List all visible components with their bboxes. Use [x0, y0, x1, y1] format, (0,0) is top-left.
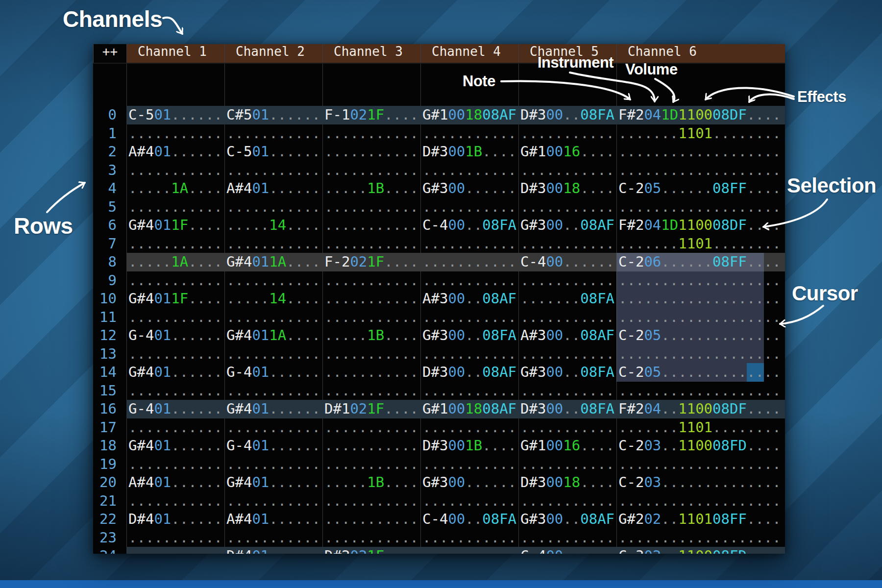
pattern-cell-r20-ch5[interactable]: D#30018.... [518, 473, 616, 492]
pattern-cell-r16-ch2[interactable]: G#401...... [224, 400, 322, 418]
pattern-cell-r15-ch5[interactable]: ........... [518, 382, 616, 400]
pattern-cell-r19-ch6[interactable]: ................... [616, 455, 785, 474]
pattern-cell-r4-ch2[interactable]: A#401...... [224, 179, 322, 198]
pattern-cell-r2-ch6[interactable]: ................... [616, 143, 785, 161]
pattern-cell-r7-ch3[interactable]: ........... [322, 235, 420, 253]
pattern-cell-r22-ch3[interactable]: ........... [322, 510, 420, 529]
channel-header-2[interactable]: Channel 2 [224, 44, 322, 63]
pattern-cell-r9-ch2[interactable]: ........... [224, 271, 322, 290]
pattern-cell-r12-ch5[interactable]: A#300..08AF [518, 326, 616, 345]
pattern-cell-r18-ch3[interactable]: ........... [322, 437, 420, 455]
pattern-cell-r13-ch3[interactable]: ........... [322, 345, 420, 364]
pattern-cell-r13-ch1[interactable]: ........... [126, 345, 224, 364]
pattern-cell-r10-ch2[interactable]: .....14.... [224, 290, 322, 308]
pattern-cell-r6-ch3[interactable]: ........... [322, 216, 420, 235]
pattern-cell-r23-ch5[interactable]: ........... [518, 529, 616, 547]
pattern-cell-r3-ch1[interactable]: ........... [126, 161, 224, 180]
pattern-cell-r3-ch3[interactable]: ........... [322, 161, 420, 180]
pattern-cell-r23-ch6[interactable]: ................... [616, 529, 785, 547]
pattern-cell-r20-ch1[interactable]: A#401...... [126, 473, 224, 492]
pattern-cell-r16-ch5[interactable]: D#300..08FA [518, 400, 616, 418]
pattern-cell-r0-ch5[interactable]: D#300..08FA [518, 106, 616, 124]
pattern-cell-r1-ch3[interactable]: ........... [322, 124, 420, 143]
pattern-cell-r0-ch4[interactable]: G#1001808AF [420, 106, 518, 124]
pattern-cell-r19-ch1[interactable]: ........... [126, 455, 224, 474]
pattern-cell-r18-ch6[interactable]: C-203..110008FD.... [616, 437, 785, 455]
pattern-cell-r22-ch4[interactable]: C-400..08FA [420, 510, 518, 529]
pattern-cell-r21-ch5[interactable]: ........... [518, 492, 616, 511]
pattern-cell-r1-ch5[interactable]: ........... [518, 124, 616, 143]
pattern-cell-r17-ch6[interactable]: .......1101........ [616, 418, 785, 437]
pattern-cell-r1-ch1[interactable]: ........... [126, 124, 224, 143]
pattern-cell-r19-ch5[interactable]: ........... [518, 455, 616, 474]
pattern-cell-r9-ch5[interactable]: ........... [518, 271, 616, 290]
pattern-cell-r7-ch2[interactable]: ........... [224, 235, 322, 253]
pattern-cell-r5-ch2[interactable]: ........... [224, 198, 322, 217]
pattern-cell-r5-ch1[interactable]: ........... [126, 198, 224, 217]
pattern-cell-r24-ch3[interactable]: D#2021F.... [322, 547, 420, 554]
pattern-cell-r13-ch5[interactable]: ........... [518, 345, 616, 364]
pattern-cell-r18-ch5[interactable]: G#10016.... [518, 437, 616, 455]
pattern-cell-r14-ch4[interactable]: D#300..08AF [420, 363, 518, 382]
channel-header-1[interactable]: Channel 1 [126, 44, 224, 63]
pattern-cell-r19-ch3[interactable]: ........... [322, 455, 420, 474]
pattern-cell-r9-ch6[interactable]: ................... [616, 271, 785, 290]
pattern-cell-r15-ch3[interactable]: ........... [322, 382, 420, 400]
pattern-cell-r24-ch5[interactable]: C-400...... [518, 547, 616, 554]
pattern-cell-r18-ch1[interactable]: G#401...... [126, 437, 224, 455]
pattern-cell-r2-ch4[interactable]: D#3001B.... [420, 143, 518, 161]
pattern-cell-r4-ch6[interactable]: C-205......08FF.... [616, 179, 785, 198]
pattern-cell-r10-ch3[interactable]: ........... [322, 290, 420, 308]
pattern-cell-r12-ch1[interactable]: G-401...... [126, 326, 224, 345]
pattern-cell-r11-ch5[interactable]: ........... [518, 308, 616, 327]
pattern-cell-r21-ch2[interactable]: ........... [224, 492, 322, 511]
pattern-cell-r4-ch1[interactable]: .....1A.... [126, 179, 224, 198]
pattern-cell-r11-ch2[interactable]: ........... [224, 308, 322, 327]
pattern-cell-r6-ch6[interactable]: F#2041D110008DF.... [616, 216, 785, 235]
pattern-cell-r15-ch1[interactable]: ........... [126, 382, 224, 400]
pattern-cell-r15-ch4[interactable]: ........... [420, 382, 518, 400]
pattern-cell-r24-ch2[interactable]: D#401...... [224, 547, 322, 554]
pattern-cell-r24-ch4[interactable]: ........... [420, 547, 518, 554]
pattern-cell-r6-ch5[interactable]: G#300..08AF [518, 216, 616, 235]
pattern-grid[interactable]: 0C-501......C#501......F-1021F....G#1001… [93, 64, 785, 554]
pattern-cell-r8-ch6[interactable]: C-206......08FF.... [616, 253, 785, 271]
pattern-cell-r9-ch3[interactable]: ........... [322, 271, 420, 290]
pattern-cell-r20-ch3[interactable]: .....1B.... [322, 473, 420, 492]
pattern-cell-r11-ch4[interactable]: ........... [420, 308, 518, 327]
pattern-cell-r4-ch3[interactable]: .....1B.... [322, 179, 420, 198]
pattern-cell-r8-ch3[interactable]: F-2021F.... [322, 253, 420, 271]
channel-header-4[interactable]: Channel 4 [420, 44, 518, 63]
pattern-cell-r9-ch1[interactable]: ........... [126, 271, 224, 290]
channel-header-6[interactable]: Channel 6 [616, 44, 785, 63]
pattern-cell-r21-ch6[interactable]: ................... [616, 492, 785, 511]
pattern-cell-r24-ch6[interactable]: C-302..110008FD.... [616, 547, 785, 554]
pattern-cell-r17-ch5[interactable]: ........... [518, 418, 616, 437]
pattern-cell-r15-ch2[interactable]: ........... [224, 382, 322, 400]
pattern-cell-r4-ch5[interactable]: D#30018.... [518, 179, 616, 198]
pattern-cell-r12-ch3[interactable]: .....1B.... [322, 326, 420, 345]
pattern-cell-r6-ch4[interactable]: C-400..08FA [420, 216, 518, 235]
pattern-cell-r2-ch2[interactable]: C-501...... [224, 143, 322, 161]
pattern-cell-r11-ch1[interactable]: ........... [126, 308, 224, 327]
channel-header-3[interactable]: Channel 3 [322, 44, 420, 63]
pattern-cell-r21-ch1[interactable]: ........... [126, 492, 224, 511]
pattern-cell-r23-ch4[interactable]: ........... [420, 529, 518, 547]
pattern-cell-r5-ch5[interactable]: ........... [518, 198, 616, 217]
pattern-cell-r0-ch2[interactable]: C#501...... [224, 106, 322, 124]
pattern-cell-r16-ch3[interactable]: D#1021F.... [322, 400, 420, 418]
pattern-cell-r22-ch1[interactable]: D#401...... [126, 510, 224, 529]
pattern-cell-r22-ch6[interactable]: G#202..110108FF.... [616, 510, 785, 529]
pattern-cell-r13-ch6[interactable]: ................... [616, 345, 785, 364]
pattern-cell-r10-ch4[interactable]: A#300..08AF [420, 290, 518, 308]
pattern-cell-r12-ch4[interactable]: G#300..08FA [420, 326, 518, 345]
pattern-cell-r3-ch6[interactable]: ................... [616, 161, 785, 180]
pattern-cell-r7-ch1[interactable]: ........... [126, 235, 224, 253]
pattern-cell-r17-ch1[interactable]: ........... [126, 418, 224, 437]
pattern-cell-r1-ch2[interactable]: ........... [224, 124, 322, 143]
pattern-cell-r13-ch4[interactable]: ........... [420, 345, 518, 364]
pattern-cell-r13-ch2[interactable]: ........... [224, 345, 322, 364]
pattern-cell-r2-ch5[interactable]: G#10016.... [518, 143, 616, 161]
pattern-cell-r0-ch1[interactable]: C-501...... [126, 106, 224, 124]
pattern-cell-r6-ch1[interactable]: G#4011F.... [126, 216, 224, 235]
